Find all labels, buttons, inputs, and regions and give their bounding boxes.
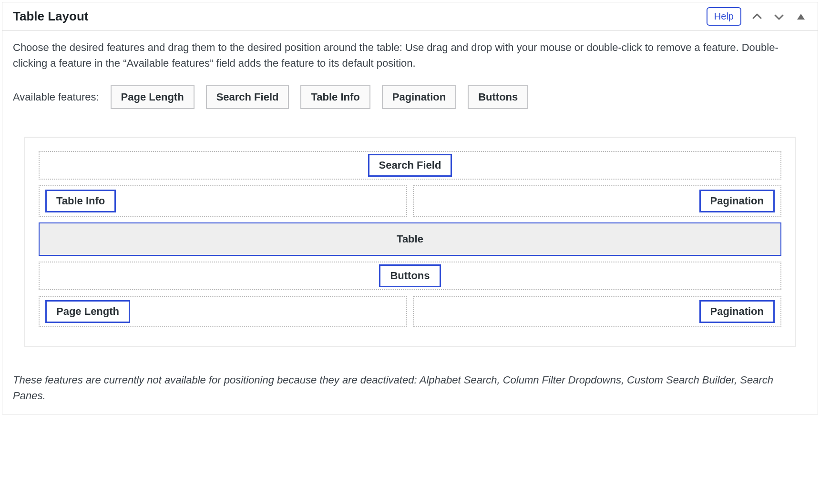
drop-zone-row1-left[interactable]: Table Info <box>39 185 407 217</box>
available-features-row: Available features: Page Length Search F… <box>13 85 807 109</box>
available-feature-table-info[interactable]: Table Info <box>300 85 370 109</box>
move-down-icon[interactable] <box>773 10 785 23</box>
available-feature-search-field[interactable]: Search Field <box>206 85 289 109</box>
drop-zone-row-1: Table Info Pagination <box>39 185 781 217</box>
layout-editor: Search Field Table Info Pagination Table… <box>24 137 796 347</box>
panel-header: Table Layout Help <box>2 2 818 31</box>
available-feature-pagination[interactable]: Pagination <box>382 85 456 109</box>
placed-feature-pagination-top[interactable]: Pagination <box>699 190 775 212</box>
table-core: Table <box>39 222 781 256</box>
drop-zone-row-2: Page Length Pagination <box>39 296 781 327</box>
help-button[interactable]: Help <box>707 7 741 26</box>
drop-zone-row2-left[interactable]: Page Length <box>39 296 407 327</box>
drop-zone-row2-right[interactable]: Pagination <box>413 296 781 327</box>
svg-marker-0 <box>797 14 805 20</box>
header-controls: Help <box>707 7 807 26</box>
placed-feature-buttons[interactable]: Buttons <box>379 264 441 287</box>
placed-feature-pagination-bottom[interactable]: Pagination <box>699 300 775 323</box>
panel-body: Choose the desired features and drag the… <box>2 31 818 414</box>
deactivated-features-note: These features are currently not availab… <box>13 372 807 403</box>
placed-feature-table-info[interactable]: Table Info <box>45 190 116 212</box>
drop-zone-row1-right[interactable]: Pagination <box>413 185 781 217</box>
available-feature-page-length[interactable]: Page Length <box>111 85 195 109</box>
instructions-text: Choose the desired features and drag the… <box>13 40 807 71</box>
table-layout-panel: Table Layout Help Choose the desired fea… <box>2 2 818 414</box>
placed-feature-search-field[interactable]: Search Field <box>368 154 452 177</box>
move-up-icon[interactable] <box>751 10 763 23</box>
panel-title: Table Layout <box>13 9 88 24</box>
drop-zone-mid[interactable]: Buttons <box>39 262 781 290</box>
available-features-label: Available features: <box>13 91 99 103</box>
placed-feature-page-length[interactable]: Page Length <box>45 300 130 323</box>
available-feature-buttons[interactable]: Buttons <box>468 85 528 109</box>
collapse-icon[interactable] <box>795 10 807 23</box>
drop-zone-top[interactable]: Search Field <box>39 151 781 180</box>
